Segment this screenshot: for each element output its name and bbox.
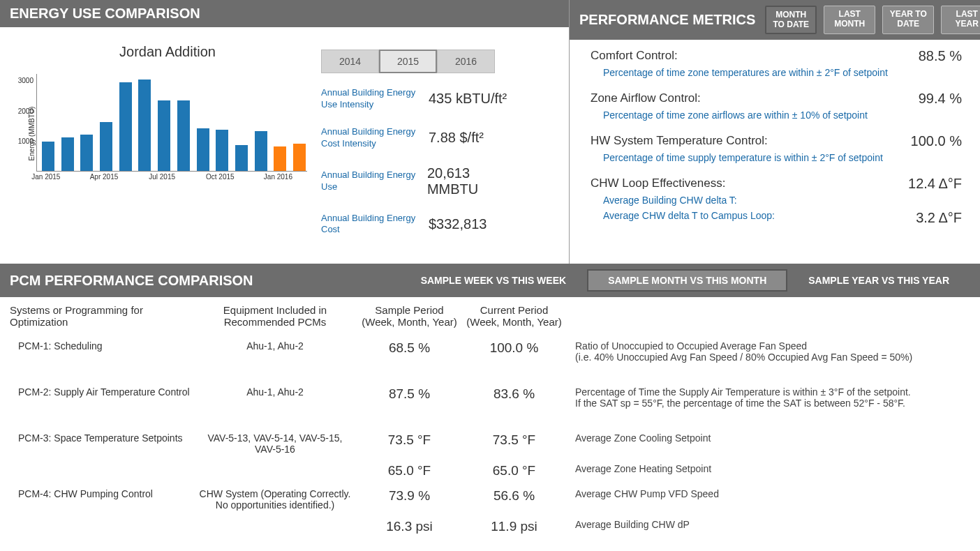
metric-name: Comfort Control: xyxy=(591,49,678,63)
energy-use-header: ENERGY USE COMPARISON xyxy=(0,0,569,27)
pcm-sample-value: 73.9 % xyxy=(389,488,430,503)
pcm-sample-value: 65.0 °F xyxy=(388,463,431,478)
stat-label: Annual Building Energy Cost xyxy=(321,213,426,236)
chart-bar xyxy=(235,145,248,171)
year-tab-2015[interactable]: 2015 xyxy=(379,50,437,73)
pcm-row: PCM-4: CHW Pumping ControlCHW System (Op… xyxy=(10,488,973,511)
pcm-tab[interactable]: SAMPLE WEEK VS THIS WEEK xyxy=(400,269,587,292)
pcm-columns-row: Systems or Programming for Optimization … xyxy=(10,304,973,328)
stat-value: 20,613 MMBTU xyxy=(427,165,524,197)
pcm-desc: Ratio of Unoccupied to Occupied Average … xyxy=(568,340,973,363)
chart-bar xyxy=(274,146,286,171)
pcm-col-sample: Sample Period (Week, Month, Year) xyxy=(359,304,460,328)
stat-row: Annual Building Energy Cost Intensity7.8… xyxy=(321,126,524,150)
metric-value: 3.2 Δ°F xyxy=(916,210,962,226)
chart-bar xyxy=(80,135,93,172)
pcm-name: PCM-1: Scheduling xyxy=(10,340,198,352)
chart-bar xyxy=(197,128,209,171)
stat-label: Annual Building Energy Use xyxy=(321,169,424,193)
year-tab-2016[interactable]: 2016 xyxy=(437,50,495,73)
pcm-current-value: 73.5 °F xyxy=(493,432,535,447)
chart-bar xyxy=(138,80,151,171)
pcm-current-value: 65.0 °F xyxy=(493,463,535,478)
pcm-header: PCM PERFORMANCE COMPARISON SAMPLE WEEK V… xyxy=(0,264,980,297)
pcm-current-value: 83.6 % xyxy=(493,386,535,401)
pcm-col-equipment: Equipment Included in Recommended PCMs xyxy=(198,304,359,328)
pcm-tab[interactable]: SAMPLE MONTH VS THIS MONTH xyxy=(587,269,787,292)
perf-tab[interactable]: LASTYEAR xyxy=(941,6,980,34)
perf-tab[interactable]: YEAR TODATE xyxy=(882,6,934,34)
performance-metrics-title: PERFORMANCE METRICS xyxy=(579,12,755,28)
metric-desc: Percentage of time zone temperatures are… xyxy=(603,67,962,78)
metric-value: 99.4 % xyxy=(919,91,962,107)
stat-value: 7.88 $/ft² xyxy=(429,130,484,146)
pcm-desc: Average Building CHW dP xyxy=(568,519,973,530)
perf-tab[interactable]: MONTHTO DATE xyxy=(765,6,817,34)
pcm-name: PCM-4: CHW Pumping Control xyxy=(10,488,198,499)
chart-bar xyxy=(61,137,74,171)
metric-desc: Average CHW delta T to Campus Loop: xyxy=(603,210,775,226)
pcm-equip: CHW System (Operating Correctly. No oppo… xyxy=(198,488,359,511)
pcm-row: 65.0 °F65.0 °FAverage Zone Heating Setpo… xyxy=(10,463,973,478)
chart-plot-area xyxy=(36,74,307,172)
stat-value: $332,813 xyxy=(429,216,487,232)
chart-bar xyxy=(119,82,132,171)
pcm-equip: Ahu-1, Ahu-2 xyxy=(198,386,359,398)
energy-use-title: ENERGY USE COMPARISON xyxy=(10,6,200,22)
pcm-row: PCM-3: Space Temperature SetpointsVAV-5-… xyxy=(10,432,973,455)
pcm-current-value: 56.6 % xyxy=(493,488,535,503)
chart-y-ticks: 100020003000 xyxy=(15,74,35,172)
pcm-sample-value: 73.5 °F xyxy=(388,432,431,447)
metric-value: 100.0 % xyxy=(911,133,962,149)
metric-item: HW System Temperature Control:100.0 %Per… xyxy=(591,133,962,163)
chart-bar xyxy=(42,142,54,171)
pcm-title: PCM PERFORMANCE COMPARISON xyxy=(10,273,253,289)
stat-row: Annual Building Energy Use Intensity435 … xyxy=(321,87,524,111)
stat-row: Annual Building Energy Cost$332,813 xyxy=(321,213,524,236)
chart-bar xyxy=(100,122,112,171)
stat-value: 435 kBTU/ft² xyxy=(429,91,507,107)
energy-chart: Energy (MMBTU) 100020003000 Jan 2015Apr … xyxy=(36,74,314,199)
pcm-desc: Average CHW Pump VFD Speed xyxy=(568,488,973,499)
metric-value: 88.5 % xyxy=(919,48,962,64)
metric-value: 12.4 Δ°F xyxy=(908,176,962,192)
perf-tab[interactable]: LASTMONTH xyxy=(824,6,875,34)
metric-desc: Percentage of time zone airflows are wit… xyxy=(603,110,962,121)
chart-bar xyxy=(177,100,190,171)
year-toggle: 201420152016 xyxy=(321,50,524,73)
pcm-row: 16.3 psi11.9 psiAverage Building CHW dP xyxy=(10,519,973,534)
pcm-desc: Average Zone Cooling Setpoint xyxy=(568,432,973,444)
metric-desc: Percentage of time supply temperature is… xyxy=(603,152,962,163)
pcm-col-systems: Systems or Programming for Optimization xyxy=(10,304,198,328)
pcm-equip: VAV-5-13, VAV-5-14, VAV-5-15, VAV-5-16 xyxy=(198,432,359,455)
stat-row: Annual Building Energy Use20,613 MMBTU xyxy=(321,165,524,197)
metric-item: Zone Airflow Control:99.4 %Percentage of… xyxy=(591,91,962,121)
pcm-sample-value: 16.3 psi xyxy=(386,519,433,534)
metric-name: CHW Loop Effectiveness: xyxy=(591,176,725,190)
metric-desc: Average Building CHW delta T: xyxy=(603,195,962,206)
pcm-sample-value: 87.5 % xyxy=(389,386,430,401)
pcm-sample-value: 68.5 % xyxy=(389,340,430,355)
stat-label: Annual Building Energy Use Intensity xyxy=(321,87,426,111)
stat-label: Annual Building Energy Cost Intensity xyxy=(321,126,426,150)
performance-metrics-header: PERFORMANCE METRICS MONTHTO DATELASTMONT… xyxy=(570,0,980,40)
chart-title: Jordan Addition xyxy=(21,44,314,60)
pcm-col-current: Current Period (Week, Month, Year) xyxy=(460,304,568,328)
pcm-current-value: 100.0 % xyxy=(490,340,539,355)
year-tab-2014[interactable]: 2014 xyxy=(321,50,379,73)
chart-bar xyxy=(255,131,267,171)
pcm-current-value: 11.9 psi xyxy=(491,519,537,534)
pcm-name: PCM-3: Space Temperature Setpoints xyxy=(10,432,198,444)
metric-item: CHW Loop Effectiveness:12.4 Δ°FAverage B… xyxy=(591,176,962,226)
pcm-row: PCM-2: Supply Air Temperature ControlAhu… xyxy=(10,386,973,409)
pcm-equip: Ahu-1, Ahu-2 xyxy=(198,340,359,352)
chart-bar xyxy=(216,130,228,171)
chart-bar xyxy=(293,144,306,171)
metric-name: HW System Temperature Control: xyxy=(591,134,768,148)
metric-item: Comfort Control:88.5 %Percentage of time… xyxy=(591,48,962,78)
pcm-desc: Average Zone Heating Setpoint xyxy=(568,463,973,474)
pcm-name: PCM-2: Supply Air Temperature Control xyxy=(10,386,198,398)
pcm-tab[interactable]: SAMPLE YEAR VS THIS YEAR xyxy=(787,269,970,292)
pcm-desc: Percentage of Time the Supply Air Temper… xyxy=(568,386,973,409)
chart-bar xyxy=(158,100,170,171)
